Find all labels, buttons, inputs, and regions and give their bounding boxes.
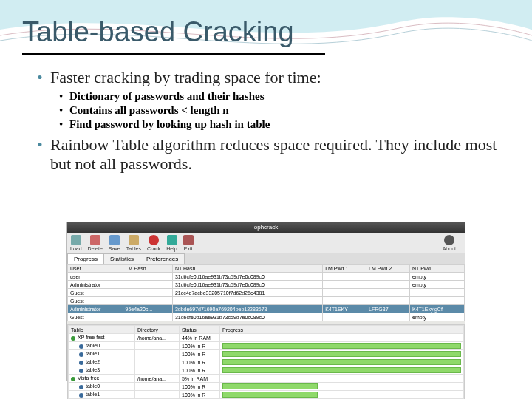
progress-row[interactable]: table3100% in R	[69, 366, 464, 375]
save-button[interactable]: Save	[109, 235, 120, 251]
progress-bar	[222, 351, 461, 357]
status-dot-icon	[79, 393, 83, 398]
progress-row[interactable]: table1100% in R	[69, 391, 464, 399]
exit-button[interactable]: Exit	[183, 235, 194, 251]
status-dot-icon	[79, 344, 83, 349]
load-icon	[71, 235, 81, 245]
progress-row[interactable]: table2100% in R	[69, 358, 464, 366]
progress-bar	[222, 383, 318, 389]
crack-button[interactable]: Crack	[147, 235, 160, 251]
progress-header: Table Directory Status Progress	[69, 326, 464, 334]
tables-button[interactable]: Tables	[126, 235, 141, 251]
help-button[interactable]: Help	[166, 235, 177, 251]
status-dot-icon	[79, 361, 83, 365]
progress-row[interactable]: XP free fast/home/ana...44% in RAM	[69, 334, 464, 342]
bullet-main-2: Rainbow Table algorithm reduces space re…	[37, 135, 502, 174]
progress-bar	[222, 359, 461, 365]
tab-statistics[interactable]: Statistics	[103, 253, 140, 264]
hash-row[interactable]: Administrator31d6cfe0d16ae931b73c59d7e0c…	[68, 281, 465, 289]
os-icon	[444, 235, 454, 245]
ophcrack-screenshot: ophcrack Load Delete Save Tables Crack H…	[66, 222, 466, 381]
progress-row[interactable]: table1100% in R	[69, 350, 464, 358]
tab-preferences[interactable]: Preferences	[140, 253, 185, 264]
load-button[interactable]: Load	[70, 235, 82, 251]
progress-bar	[222, 343, 461, 349]
progress-bar	[222, 392, 318, 398]
hash-row[interactable]: Guest21cc4e7acbe33205710f7d62d26e4381	[68, 289, 465, 297]
exit-icon	[183, 235, 194, 245]
progress-row[interactable]: Vista free/home/ana...5% in RAM	[69, 375, 464, 383]
bullet-sub-2: Contains all passwords < length n	[59, 104, 502, 117]
stop-icon	[149, 235, 159, 245]
tables-icon	[129, 235, 139, 245]
progress-panel: Table Directory Status Progress XP free …	[67, 324, 465, 399]
status-dot-icon	[79, 369, 83, 373]
slide-content: Faster cracking by trading space for tim…	[30, 68, 502, 177]
bullet-sub-3: Find password by looking up hash in tabl…	[59, 118, 502, 131]
bullet-main-1: Faster cracking by trading space for tim…	[37, 68, 502, 87]
hash-row-selected[interactable]: Administrator95e4a20c...3dbde697d71690a7…	[68, 305, 465, 313]
tabs: Progress Statistics Preferences	[67, 253, 465, 264]
delete-button[interactable]: Delete	[88, 235, 103, 251]
hash-row[interactable]: Guest31d6cfe0d16ae931b73c59d7e0c089c0emp…	[68, 313, 465, 321]
save-icon	[109, 235, 120, 245]
tab-progress[interactable]: Progress	[67, 253, 104, 264]
window-titlebar: ophcrack	[67, 222, 465, 233]
status-dot-icon	[71, 377, 75, 381]
progress-row[interactable]: table0100% in R	[69, 342, 464, 350]
progress-bar	[222, 367, 461, 373]
help-icon	[167, 235, 177, 245]
hash-table: User LM Hash NT Hash LM Pwd 1 LM Pwd 2 N…	[67, 264, 465, 321]
about-button[interactable]: About	[443, 235, 456, 251]
status-dot-icon	[71, 336, 75, 341]
status-dot-icon	[79, 385, 83, 389]
progress-table: Table Directory Status Progress XP free …	[68, 325, 464, 399]
bullet-sub-1: Dictionary of passwords and their hashes	[59, 90, 502, 103]
status-dot-icon	[79, 352, 83, 357]
delete-icon	[90, 235, 100, 245]
title-underline	[22, 53, 325, 55]
progress-row[interactable]: table0100% in R	[69, 383, 464, 391]
slide-title: Table-based Cracking	[22, 16, 294, 48]
hash-table-header: User LM Hash NT Hash LM Pwd 1 LM Pwd 2 N…	[68, 265, 465, 273]
toolbar: Load Delete Save Tables Crack Help Exit …	[67, 233, 465, 253]
hash-row[interactable]: Guest	[68, 297, 465, 305]
hash-row[interactable]: user31d6cfe0d16ae931b73c59d7e0c089c0empt…	[68, 273, 465, 281]
